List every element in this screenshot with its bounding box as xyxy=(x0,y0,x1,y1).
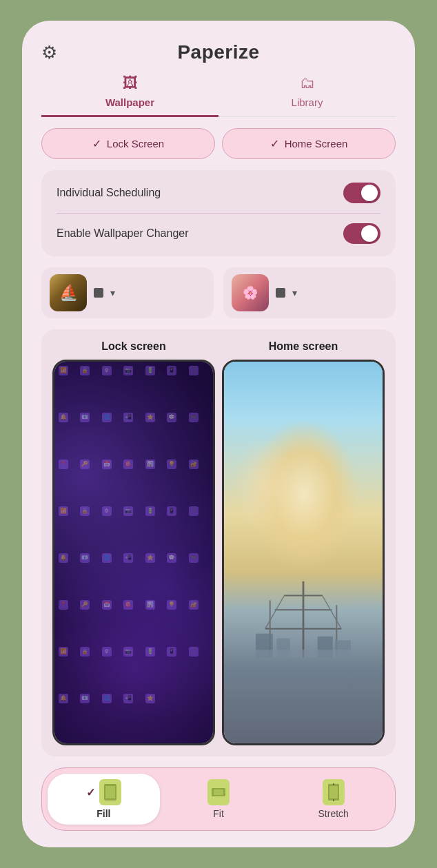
svg-rect-21 xyxy=(329,786,338,798)
settings-card: Individual Scheduling Enable Wallpaper C… xyxy=(41,170,396,256)
home-preview-label: Home screen xyxy=(222,340,385,353)
wallpaper-tab-icon: 🖼 xyxy=(123,74,138,92)
tabs: 🖼 Wallpaper 🗂 Library xyxy=(41,74,396,117)
home-thumbnail-image: 🌸 xyxy=(232,274,269,311)
lock-preview-label: Lock screen xyxy=(52,340,215,353)
lock-screen-label: Lock Screen xyxy=(107,138,164,149)
screen-toggles: ✓ Lock Screen ✓ Home Screen xyxy=(41,128,396,159)
home-screen-preview[interactable] xyxy=(222,360,385,746)
individual-scheduling-row: Individual Scheduling xyxy=(57,183,380,203)
svg-rect-12 xyxy=(256,650,351,657)
svg-rect-15 xyxy=(105,786,115,798)
library-tab-icon: 🗂 xyxy=(300,74,315,92)
individual-scheduling-toggle[interactable] xyxy=(343,183,380,203)
fit-label: Fit xyxy=(213,808,224,819)
home-screen-label: Home Screen xyxy=(285,138,348,149)
phone-container: ⚙ Paperize 🖼 Wallpaper 🗂 Library ✓ Lock … xyxy=(22,21,415,847)
tab-library-label: Library xyxy=(292,96,323,108)
home-thumb-label xyxy=(276,288,285,298)
home-screen-toggle[interactable]: ✓ Home Screen xyxy=(222,128,396,159)
icon-pattern: 📶🔒⚙ 📷🔋📱 🎵🔔📧 🌐📲⭐ 💬🎮📍 🔑📅🎯 📊💡🔐 📶🔒⚙ 📷🔋📱 🎵🔔📧 … xyxy=(54,362,213,744)
svg-rect-18 xyxy=(214,789,223,795)
lock-screen-preview[interactable]: 📶🔒⚙ 📷🔋📱 🎵🔔📧 🌐📲⭐ 💬🎮📍 🔑📅🎯 📊💡🔐 📶🔒⚙ 📷🔋📱 🎵🔔📧 … xyxy=(52,360,215,746)
preview-labels: Lock screen Home screen xyxy=(52,340,385,353)
fill-label: Fill xyxy=(96,808,110,819)
wallpaper-changer-toggle[interactable] xyxy=(343,223,380,244)
stretch-icon xyxy=(323,779,345,805)
cloud-shape-2 xyxy=(232,437,296,533)
fill-icon xyxy=(99,779,121,805)
gear-icon[interactable]: ⚙ xyxy=(41,42,57,63)
lock-thumb-chevron-icon[interactable]: ▾ xyxy=(110,287,115,298)
lock-thumb-label xyxy=(94,288,103,298)
antenna-svg xyxy=(256,552,351,686)
svg-line-4 xyxy=(265,595,285,628)
wallpaper-changer-row: Enable Wallpaper Changer xyxy=(57,213,380,244)
lock-check-icon: ✓ xyxy=(92,137,101,150)
tab-library[interactable]: 🗂 Library xyxy=(218,74,396,116)
bottom-bar: ✓ Fill Fit xyxy=(41,767,396,831)
preview-section: Lock screen Home screen 📶🔒⚙ 📷🔋📱 🎵🔔📧 🌐📲⭐ … xyxy=(41,329,396,757)
wallpaper-changer-label: Enable Wallpaper Changer xyxy=(57,227,189,240)
fill-button[interactable]: ✓ Fill xyxy=(48,774,160,825)
preview-screens: 📶🔒⚙ 📷🔋📱 🎵🔔📧 🌐📲⭐ 💬🎮📍 🔑📅🎯 📊💡🔐 📶🔒⚙ 📷🔋📱 🎵🔔📧 … xyxy=(52,360,385,746)
lock-screen-bg: 📶🔒⚙ 📷🔋📱 🎵🔔📧 🌐📲⭐ 💬🎮📍 🔑📅🎯 📊💡🔐 📶🔒⚙ 📷🔋📱 🎵🔔📧 … xyxy=(54,362,213,744)
home-thumb-chevron-icon[interactable]: ▾ xyxy=(292,287,297,298)
home-check-icon: ✓ xyxy=(270,137,279,150)
tab-wallpaper[interactable]: 🖼 Wallpaper xyxy=(41,74,218,117)
toggle-knob-1 xyxy=(361,185,378,201)
stretch-button[interactable]: Stretch xyxy=(277,774,389,825)
lock-thumb-card[interactable]: ⛵ ▾ xyxy=(41,267,214,318)
svg-line-5 xyxy=(323,595,342,628)
individual-scheduling-label: Individual Scheduling xyxy=(57,187,161,199)
stretch-label: Stretch xyxy=(318,808,349,819)
home-screen-bg xyxy=(224,362,383,744)
fit-button[interactable]: Fit xyxy=(163,774,275,825)
lock-thumbnail-image: ⛵ xyxy=(50,274,87,311)
header: ⚙ Paperize xyxy=(41,41,396,63)
toggle-knob-2 xyxy=(361,225,378,242)
app-title: Paperize xyxy=(177,41,259,63)
fit-icon xyxy=(207,779,230,805)
thumbnail-row: ⛵ ▾ 🌸 ▾ xyxy=(41,267,396,318)
tab-wallpaper-label: Wallpaper xyxy=(105,96,154,108)
fill-check-icon: ✓ xyxy=(86,786,95,799)
lock-screen-toggle[interactable]: ✓ Lock Screen xyxy=(41,128,215,159)
home-thumb-card[interactable]: 🌸 ▾ xyxy=(223,267,396,318)
